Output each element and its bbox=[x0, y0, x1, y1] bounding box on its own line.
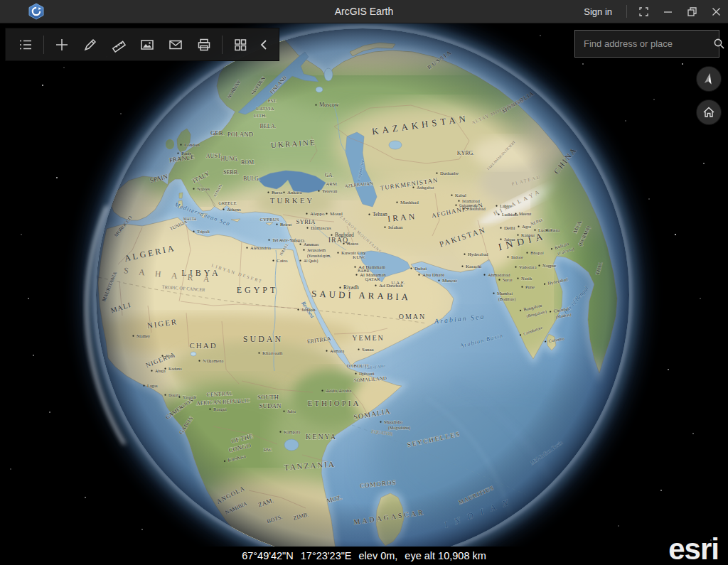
title-bar: ArcGIS Earth Sign in bbox=[0, 0, 728, 23]
print-icon bbox=[196, 37, 212, 53]
star bbox=[668, 369, 669, 370]
eye-altitude-readout: eye alt 10,908 km bbox=[405, 550, 486, 561]
compass-north-arrow-icon bbox=[702, 72, 716, 86]
fullscreen-icon bbox=[639, 7, 648, 16]
star bbox=[625, 120, 626, 121]
star bbox=[141, 529, 143, 530]
add-data-tool[interactable] bbox=[48, 32, 76, 58]
restore-window-button[interactable] bbox=[680, 0, 704, 23]
star bbox=[42, 85, 43, 86]
star bbox=[692, 433, 694, 434]
collapse-toolbar-icon bbox=[258, 37, 269, 53]
toolbar-divider bbox=[222, 36, 223, 54]
longitude-readout: 17°23'23"E bbox=[301, 550, 352, 561]
restore-icon bbox=[687, 7, 697, 16]
image-overlay-icon bbox=[139, 37, 155, 53]
star bbox=[540, 35, 541, 36]
star bbox=[120, 113, 122, 114]
elevation-readout: elev 0m, bbox=[359, 550, 398, 561]
globe-viewport[interactable]: KAZAKHSTANINDIASAUDI ARABIAIRANPAKISTANT… bbox=[0, 0, 728, 565]
measure-tool[interactable] bbox=[105, 32, 133, 58]
home-button[interactable] bbox=[697, 100, 721, 124]
star bbox=[618, 525, 619, 527]
draw-icon bbox=[82, 37, 98, 53]
star bbox=[63, 67, 64, 68]
star bbox=[49, 411, 50, 413]
basemap-tool[interactable] bbox=[226, 32, 255, 58]
close-icon bbox=[712, 7, 721, 16]
email-share-icon bbox=[168, 37, 183, 53]
star bbox=[660, 490, 662, 491]
search-input[interactable] bbox=[575, 38, 713, 49]
star bbox=[28, 298, 29, 299]
star bbox=[33, 355, 34, 356]
star bbox=[682, 63, 683, 65]
home-icon bbox=[702, 106, 715, 119]
toolbar-divider bbox=[43, 36, 44, 54]
table-of-contents-tool[interactable] bbox=[11, 32, 40, 58]
image-overlay-tool[interactable] bbox=[133, 32, 161, 58]
limb-shading bbox=[96, 28, 629, 561]
esri-logo: esri bbox=[668, 534, 719, 565]
minimize-window-button[interactable] bbox=[655, 0, 680, 23]
status-bar: 67°49'42"N 17°23'23"E elev 0m, eye alt 1… bbox=[0, 547, 728, 565]
star bbox=[85, 497, 86, 498]
star bbox=[56, 177, 58, 178]
star bbox=[10, 468, 11, 470]
star bbox=[21, 234, 22, 235]
basemap-icon bbox=[232, 37, 248, 53]
search-icon[interactable] bbox=[713, 38, 725, 50]
arcgis-earth-window: { "title_bar": { "app_title": "ArcGIS Ea… bbox=[0, 0, 728, 565]
latitude-readout: 67°49'42"N bbox=[242, 550, 294, 561]
collapse-toolbar-tool[interactable] bbox=[255, 32, 273, 58]
star bbox=[700, 298, 701, 299]
titlebar-divider bbox=[626, 5, 627, 18]
star bbox=[582, 63, 584, 65]
search-box bbox=[574, 30, 719, 58]
close-window-button[interactable] bbox=[704, 0, 728, 23]
fullscreen-window-button[interactable] bbox=[631, 0, 655, 23]
sign-in-button[interactable]: Sign in bbox=[574, 0, 622, 23]
compass-button[interactable] bbox=[697, 67, 721, 91]
draw-tool[interactable] bbox=[76, 32, 105, 58]
minimize-icon bbox=[663, 7, 673, 16]
print-tool[interactable] bbox=[190, 32, 218, 58]
arcgis-earth-logo-icon bbox=[28, 3, 44, 20]
email-share-tool[interactable] bbox=[161, 32, 190, 58]
measure-icon bbox=[111, 37, 127, 53]
main-toolbar bbox=[6, 28, 279, 60]
star bbox=[653, 99, 655, 100]
star bbox=[648, 198, 650, 200]
star bbox=[675, 234, 676, 235]
star bbox=[703, 163, 705, 164]
table-of-contents-icon bbox=[18, 37, 33, 53]
add-data-icon bbox=[54, 37, 70, 53]
